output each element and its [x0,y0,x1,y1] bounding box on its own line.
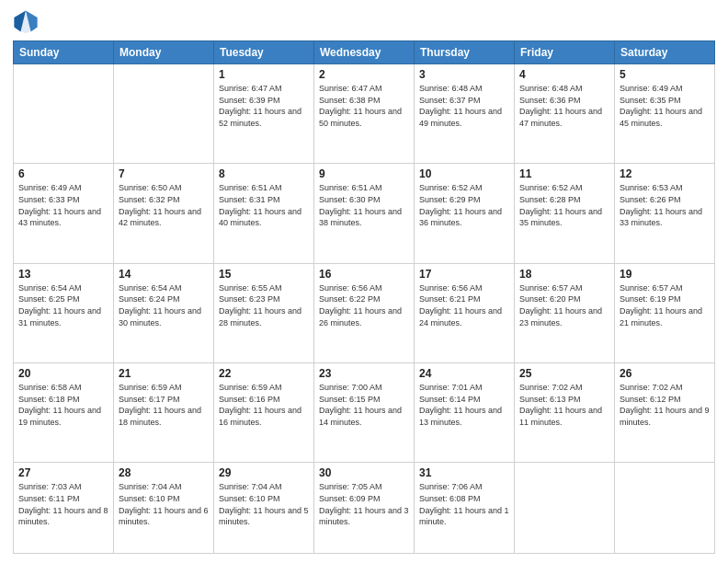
calendar-cell: 25Sunrise: 7:02 AM Sunset: 6:13 PM Dayli… [515,363,615,463]
day-info: Sunrise: 6:54 AM Sunset: 6:24 PM Dayligh… [119,282,209,328]
calendar-weekday: Wednesday [314,41,415,64]
day-number: 29 [219,466,309,479]
calendar-cell: 22Sunrise: 6:59 AM Sunset: 6:16 PM Dayli… [214,363,314,463]
day-info: Sunrise: 6:53 AM Sunset: 6:26 PM Dayligh… [620,182,710,228]
day-number: 23 [319,367,409,380]
calendar-cell: 17Sunrise: 6:56 AM Sunset: 6:21 PM Dayli… [415,263,515,362]
calendar-cell [14,64,114,164]
logo [13,9,42,35]
calendar-week-row: 20Sunrise: 6:58 AM Sunset: 6:18 PM Dayli… [14,363,715,463]
calendar-cell: 13Sunrise: 6:54 AM Sunset: 6:25 PM Dayli… [14,263,114,362]
calendar-weekday: Tuesday [214,41,314,64]
day-info: Sunrise: 7:02 AM Sunset: 6:13 PM Dayligh… [519,382,609,428]
calendar-weekday: Thursday [415,41,515,64]
day-number: 12 [620,167,710,180]
day-info: Sunrise: 7:04 AM Sunset: 6:10 PM Dayligh… [219,481,309,527]
calendar-cell: 29Sunrise: 7:04 AM Sunset: 6:10 PM Dayli… [214,463,314,554]
calendar-week-row: 27Sunrise: 7:03 AM Sunset: 6:11 PM Dayli… [14,463,715,554]
day-number: 16 [319,268,409,281]
calendar-cell: 14Sunrise: 6:54 AM Sunset: 6:24 PM Dayli… [114,263,214,362]
day-number: 17 [419,268,509,281]
calendar-cell: 26Sunrise: 7:02 AM Sunset: 6:12 PM Dayli… [615,363,715,463]
calendar-cell: 12Sunrise: 6:53 AM Sunset: 6:26 PM Dayli… [615,164,715,263]
day-number: 11 [519,167,609,180]
calendar-cell: 8Sunrise: 6:51 AM Sunset: 6:31 PM Daylig… [214,164,314,263]
day-number: 15 [219,268,309,281]
day-info: Sunrise: 6:59 AM Sunset: 6:16 PM Dayligh… [219,382,309,428]
day-number: 9 [319,167,409,180]
day-number: 8 [219,167,309,180]
day-info: Sunrise: 6:57 AM Sunset: 6:19 PM Dayligh… [620,282,710,328]
day-number: 18 [519,268,609,281]
calendar-weekday: Monday [114,41,214,64]
calendar-weekday: Sunday [14,41,114,64]
day-info: Sunrise: 6:58 AM Sunset: 6:18 PM Dayligh… [18,382,108,428]
day-info: Sunrise: 7:05 AM Sunset: 6:09 PM Dayligh… [319,481,409,527]
calendar-cell: 11Sunrise: 6:52 AM Sunset: 6:28 PM Dayli… [515,164,615,263]
day-info: Sunrise: 6:55 AM Sunset: 6:23 PM Dayligh… [219,282,309,328]
day-info: Sunrise: 6:47 AM Sunset: 6:38 PM Dayligh… [319,83,409,129]
calendar-cell: 9Sunrise: 6:51 AM Sunset: 6:30 PM Daylig… [314,164,415,263]
calendar-cell: 1Sunrise: 6:47 AM Sunset: 6:39 PM Daylig… [214,64,314,164]
calendar-weekday: Friday [515,41,615,64]
calendar-cell: 19Sunrise: 6:57 AM Sunset: 6:19 PM Dayli… [615,263,715,362]
day-number: 26 [620,367,710,380]
day-info: Sunrise: 6:56 AM Sunset: 6:22 PM Dayligh… [319,282,409,328]
calendar-cell: 31Sunrise: 7:06 AM Sunset: 6:08 PM Dayli… [415,463,515,554]
calendar-cell: 4Sunrise: 6:48 AM Sunset: 6:36 PM Daylig… [515,64,615,164]
calendar-table: SundayMondayTuesdayWednesdayThursdayFrid… [13,40,715,554]
day-info: Sunrise: 6:57 AM Sunset: 6:20 PM Dayligh… [519,282,609,328]
day-number: 6 [18,167,108,180]
day-info: Sunrise: 6:50 AM Sunset: 6:32 PM Dayligh… [119,182,209,228]
day-info: Sunrise: 6:54 AM Sunset: 6:25 PM Dayligh… [18,282,108,328]
calendar-weekday: Saturday [615,41,715,64]
calendar-cell [615,463,715,554]
calendar-cell [114,64,214,164]
calendar-cell: 24Sunrise: 7:01 AM Sunset: 6:14 PM Dayli… [415,363,515,463]
calendar-cell: 7Sunrise: 6:50 AM Sunset: 6:32 PM Daylig… [114,164,214,263]
calendar-cell: 6Sunrise: 6:49 AM Sunset: 6:33 PM Daylig… [14,164,114,263]
calendar-week-row: 1Sunrise: 6:47 AM Sunset: 6:39 PM Daylig… [14,64,715,164]
calendar-cell: 28Sunrise: 7:04 AM Sunset: 6:10 PM Dayli… [114,463,214,554]
day-number: 31 [419,466,509,479]
calendar-cell: 15Sunrise: 6:55 AM Sunset: 6:23 PM Dayli… [214,263,314,362]
day-number: 2 [319,68,409,81]
day-info: Sunrise: 6:49 AM Sunset: 6:33 PM Dayligh… [18,182,108,228]
day-number: 28 [119,466,209,479]
day-info: Sunrise: 7:04 AM Sunset: 6:10 PM Dayligh… [119,481,209,527]
day-info: Sunrise: 6:59 AM Sunset: 6:17 PM Dayligh… [119,382,209,428]
day-number: 1 [219,68,309,81]
logo-icon [13,9,39,35]
day-info: Sunrise: 6:51 AM Sunset: 6:30 PM Dayligh… [319,182,409,228]
calendar-cell: 10Sunrise: 6:52 AM Sunset: 6:29 PM Dayli… [415,164,515,263]
day-number: 30 [319,466,409,479]
day-info: Sunrise: 6:56 AM Sunset: 6:21 PM Dayligh… [419,282,509,328]
day-number: 22 [219,367,309,380]
calendar-cell: 2Sunrise: 6:47 AM Sunset: 6:38 PM Daylig… [314,64,415,164]
calendar-cell: 27Sunrise: 7:03 AM Sunset: 6:11 PM Dayli… [14,463,114,554]
calendar-cell: 5Sunrise: 6:49 AM Sunset: 6:35 PM Daylig… [615,64,715,164]
day-number: 14 [119,268,209,281]
day-info: Sunrise: 7:03 AM Sunset: 6:11 PM Dayligh… [18,481,108,527]
page: SundayMondayTuesdayWednesdayThursdayFrid… [0,0,728,563]
calendar-cell: 18Sunrise: 6:57 AM Sunset: 6:20 PM Dayli… [515,263,615,362]
day-info: Sunrise: 6:48 AM Sunset: 6:36 PM Dayligh… [519,83,609,129]
day-info: Sunrise: 6:49 AM Sunset: 6:35 PM Dayligh… [620,83,710,129]
calendar-cell: 3Sunrise: 6:48 AM Sunset: 6:37 PM Daylig… [415,64,515,164]
calendar-cell: 23Sunrise: 7:00 AM Sunset: 6:15 PM Dayli… [314,363,415,463]
day-number: 4 [519,68,609,81]
calendar-header-row: SundayMondayTuesdayWednesdayThursdayFrid… [14,41,715,64]
calendar-cell [515,463,615,554]
header [13,9,715,35]
day-info: Sunrise: 7:02 AM Sunset: 6:12 PM Dayligh… [620,382,710,428]
day-info: Sunrise: 6:52 AM Sunset: 6:28 PM Dayligh… [519,182,609,228]
day-info: Sunrise: 6:51 AM Sunset: 6:31 PM Dayligh… [219,182,309,228]
day-info: Sunrise: 7:00 AM Sunset: 6:15 PM Dayligh… [319,382,409,428]
day-number: 13 [18,268,108,281]
day-number: 21 [119,367,209,380]
calendar-week-row: 6Sunrise: 6:49 AM Sunset: 6:33 PM Daylig… [14,164,715,263]
calendar-cell: 16Sunrise: 6:56 AM Sunset: 6:22 PM Dayli… [314,263,415,362]
calendar-cell: 30Sunrise: 7:05 AM Sunset: 6:09 PM Dayli… [314,463,415,554]
day-info: Sunrise: 6:48 AM Sunset: 6:37 PM Dayligh… [419,83,509,129]
day-info: Sunrise: 6:47 AM Sunset: 6:39 PM Dayligh… [219,83,309,129]
